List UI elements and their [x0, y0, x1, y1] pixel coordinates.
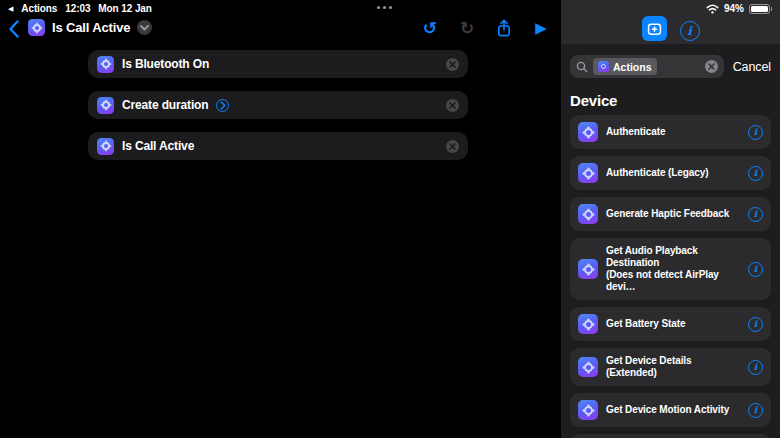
list-item-app-icon: [578, 314, 598, 334]
undo-button[interactable]: ↺: [419, 17, 441, 39]
remove-action-button[interactable]: [446, 58, 459, 71]
info-icon: i: [754, 319, 757, 329]
info-icon: i: [754, 209, 757, 219]
list-item-app-icon: [578, 122, 598, 142]
action-card[interactable]: Create duration: [88, 91, 468, 119]
list-item-label: Get Battery State: [606, 318, 740, 330]
list-item-label: Get Audio Playback Destination (Does not…: [606, 245, 740, 293]
close-icon: [449, 102, 456, 109]
search-row: Actions Cancel: [570, 55, 771, 78]
section-header-device: Device: [570, 92, 771, 109]
action-library-panel: 94% i: [561, 0, 780, 438]
list-item-app-icon: [578, 357, 598, 377]
list-item[interactable]: Get Device Motion Activity i: [570, 393, 771, 427]
battery-icon: [749, 4, 770, 14]
back-to-app-icon[interactable]: ◀: [8, 4, 13, 14]
clear-search-button[interactable]: [705, 60, 718, 73]
redo-icon: ↻: [460, 18, 474, 38]
battery-percent: 94%: [724, 3, 744, 14]
shortcut-info-tab-button[interactable]: i: [680, 21, 700, 41]
list-item-label: Get Device Motion Activity: [606, 404, 740, 416]
share-button[interactable]: [493, 17, 515, 39]
remove-action-button[interactable]: [446, 99, 459, 112]
list-item[interactable]: Authenticate i: [570, 115, 771, 149]
item-info-button[interactable]: i: [748, 207, 763, 222]
search-filter-token[interactable]: Actions: [593, 58, 657, 75]
action-app-icon: [97, 97, 114, 114]
panel-header: 94% i: [561, 0, 780, 44]
list-item[interactable]: Generate Haptic Feedback i: [570, 197, 771, 231]
token-app-icon: [598, 61, 609, 72]
status-bar-right: 94%: [706, 3, 770, 14]
shortcut-title-menu[interactable]: Is Call Active: [28, 19, 152, 36]
chevron-down-icon: [140, 25, 149, 31]
item-info-button[interactable]: i: [748, 166, 763, 181]
status-date: Mon 12 Jan: [98, 3, 151, 14]
panel-body: Actions Cancel Device Authenti: [561, 44, 780, 438]
remove-action-button[interactable]: [446, 140, 459, 153]
expand-action-button[interactable]: [216, 99, 229, 112]
info-icon: i: [687, 24, 692, 38]
search-icon: [576, 61, 588, 73]
back-button[interactable]: [8, 20, 20, 38]
undo-icon: ↺: [423, 18, 437, 38]
list-item-label: Generate Haptic Feedback: [606, 208, 740, 220]
list-item-label: Authenticate: [606, 126, 740, 138]
info-icon: i: [754, 127, 757, 137]
list-item[interactable]: Get Device Details (Extended) i: [570, 348, 771, 386]
list-item-app-icon: [578, 204, 598, 224]
list-item-app-icon: [578, 400, 598, 420]
action-card-label: Create duration: [122, 98, 208, 112]
item-info-button[interactable]: i: [748, 262, 763, 277]
shortcut-title: Is Call Active: [52, 20, 130, 35]
chevron-left-icon: [8, 20, 20, 38]
shortcut-app-icon: [28, 19, 45, 36]
list-item-label: Get Device Details (Extended): [606, 355, 740, 379]
back-to-app-label[interactable]: Actions: [21, 3, 57, 14]
item-info-button[interactable]: i: [748, 360, 763, 375]
action-card[interactable]: Is Call Active: [88, 132, 468, 160]
redo-button[interactable]: ↻: [456, 17, 478, 39]
action-card[interactable]: Is Bluetooth On: [88, 50, 468, 78]
item-info-button[interactable]: i: [748, 125, 763, 140]
status-bar-left: ◀ Actions 12:03 Mon 12 Jan: [8, 3, 152, 14]
status-time: 12:03: [65, 3, 90, 14]
shortcuts-app-window: ◀ Actions 12:03 Mon 12 Jan Is Call Activ…: [0, 0, 780, 438]
play-icon: ▶: [535, 19, 547, 37]
action-library-icon: [647, 21, 662, 36]
action-card-label: Is Bluetooth On: [122, 57, 209, 71]
action-list: Authenticate i Authenticate (Legacy) i G…: [570, 115, 771, 438]
info-icon: i: [754, 362, 757, 372]
token-label: Actions: [613, 61, 652, 73]
info-icon: i: [754, 405, 757, 415]
shortcut-editor-canvas: Is Bluetooth On Create duration: [88, 50, 468, 173]
wifi-icon: [706, 4, 719, 14]
multitasking-indicator[interactable]: [377, 6, 392, 9]
info-icon: i: [754, 264, 757, 274]
list-item[interactable]: Get Device Motion Data i: [570, 434, 771, 438]
run-shortcut-button[interactable]: ▶: [530, 17, 552, 39]
action-library-tab-button[interactable]: [642, 16, 667, 41]
close-icon: [449, 61, 456, 68]
list-item[interactable]: Get Audio Playback Destination (Does not…: [570, 238, 771, 300]
editor-toolbar: ↺ ↻ ▶: [419, 17, 552, 39]
info-icon: i: [754, 168, 757, 178]
list-item[interactable]: Get Battery State i: [570, 307, 771, 341]
list-item-label: Authenticate (Legacy): [606, 167, 740, 179]
chevron-right-icon: [220, 101, 226, 110]
list-item[interactable]: Authenticate (Legacy) i: [570, 156, 771, 190]
close-icon: [708, 63, 715, 70]
list-item-app-icon: [578, 259, 598, 279]
action-card-label: Is Call Active: [122, 139, 194, 153]
share-icon: [496, 19, 512, 38]
item-info-button[interactable]: i: [748, 403, 763, 418]
action-app-icon: [97, 56, 114, 73]
cancel-search-button[interactable]: Cancel: [733, 60, 771, 74]
close-icon: [449, 143, 456, 150]
action-app-icon: [97, 138, 114, 155]
search-input[interactable]: Actions: [570, 55, 724, 78]
item-info-button[interactable]: i: [748, 317, 763, 332]
title-dropdown-button[interactable]: [137, 20, 152, 35]
list-item-app-icon: [578, 163, 598, 183]
